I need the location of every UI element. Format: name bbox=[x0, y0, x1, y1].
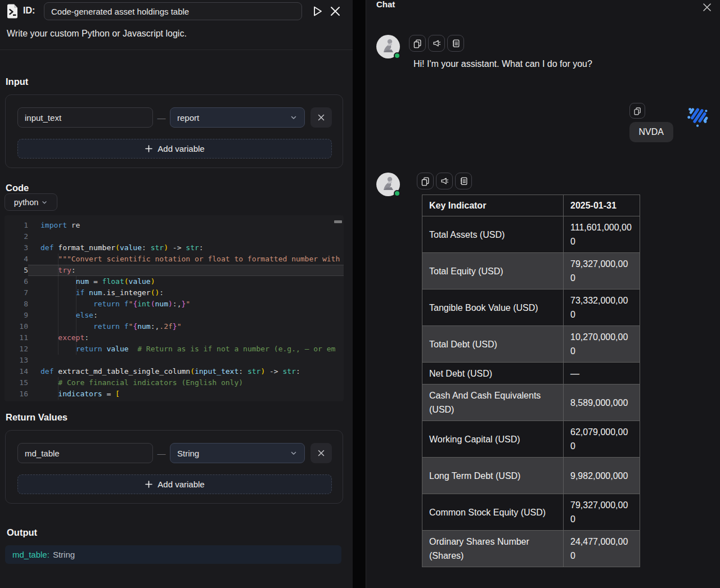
read-aloud-button[interactable] bbox=[436, 173, 453, 189]
output-section-title: Output bbox=[7, 527, 37, 538]
read-aloud-button[interactable] bbox=[428, 35, 445, 52]
table-row: Total Assets (USD)111,601,000,000 bbox=[422, 216, 640, 253]
assistant-message: Key Indicator2025-01-31Total Assets (USD… bbox=[376, 173, 640, 567]
input-variable-source-select[interactable]: report bbox=[170, 107, 305, 128]
line-number: 12 bbox=[4, 343, 28, 355]
run-button[interactable] bbox=[310, 4, 325, 19]
table-row: Tangible Book Value (USD)73,332,000,000 bbox=[422, 290, 640, 326]
assistant-avatar bbox=[376, 173, 400, 196]
assistant-message: Hi! I'm your assistant. What can I do fo… bbox=[376, 35, 592, 69]
code-line: 1import re bbox=[4, 220, 344, 231]
chat-close-button[interactable] bbox=[701, 1, 713, 13]
copy-message-button[interactable] bbox=[417, 173, 434, 189]
remove-input-variable-button[interactable] bbox=[310, 107, 332, 128]
view-log-button[interactable] bbox=[455, 173, 472, 189]
close-node-button[interactable] bbox=[328, 4, 342, 18]
table-cell: 111,601,000,000 bbox=[564, 216, 640, 253]
table-row: Long Term Debt (USD)9,982,000,000 bbox=[422, 458, 640, 494]
assistant-message-content: Hi! I'm your assistant. What can I do fo… bbox=[409, 35, 592, 69]
line-number: 10 bbox=[4, 321, 28, 332]
code-file-icon bbox=[6, 3, 19, 19]
code-line-text: import re bbox=[28, 220, 344, 231]
code-line: 5 try: bbox=[4, 265, 344, 276]
table-cell: Common Stock Equity (USD) bbox=[422, 494, 564, 531]
table-cell: 79,327,000,000 bbox=[564, 253, 640, 290]
assistant-greeting-text: Hi! I'm your assistant. What can I do fo… bbox=[413, 59, 592, 69]
code-line-text: def extract_md_table_single_column(input… bbox=[28, 366, 344, 377]
table-cell: 8,589,000,000 bbox=[564, 385, 640, 421]
editor-scrollbar[interactable] bbox=[334, 220, 342, 223]
code-line: 3def format_number(value: str) -> str: bbox=[4, 242, 344, 254]
plus-icon bbox=[145, 144, 153, 153]
input-section-title: Input bbox=[6, 76, 28, 87]
code-line: 14def extract_md_table_single_column(inp… bbox=[4, 366, 344, 377]
variable-separator: — bbox=[153, 113, 170, 123]
indent-guide bbox=[76, 276, 76, 355]
line-number: 3 bbox=[4, 242, 28, 254]
code-line: 11 except: bbox=[4, 332, 344, 343]
chevron-down-icon bbox=[290, 114, 298, 121]
indent-guide bbox=[58, 377, 58, 400]
language-select[interactable]: python bbox=[4, 193, 57, 211]
add-input-variable-button[interactable]: Add variable bbox=[17, 139, 332, 159]
table-row: Common Stock Equity (USD)79,327,000,000 bbox=[422, 494, 640, 531]
return-variable-name-field[interactable] bbox=[17, 443, 153, 463]
line-number: 14 bbox=[4, 366, 28, 377]
code-line: 7 if num.is_integer(): bbox=[4, 287, 344, 298]
line-number: 13 bbox=[4, 355, 28, 366]
app-window: ID: Write your custom Python or Javascri… bbox=[0, 0, 720, 588]
table-cell: 79,327,000,000 bbox=[564, 494, 640, 531]
output-strip: md_table: String bbox=[5, 545, 341, 564]
user-message: NVDA bbox=[629, 103, 710, 142]
assistant-message-content: Key Indicator2025-01-31Total Assets (USD… bbox=[409, 173, 640, 567]
chat-panel: Chat bbox=[366, 0, 720, 588]
line-number: 16 bbox=[4, 388, 28, 400]
code-line: 16 indicators = [ bbox=[4, 388, 344, 400]
panel-resize-handle[interactable] bbox=[353, 0, 366, 588]
message-action-bar bbox=[409, 35, 592, 52]
table-cell: Working Capital (USD) bbox=[422, 421, 564, 458]
copy-message-button[interactable] bbox=[409, 35, 426, 52]
table-cell: 73,332,000,000 bbox=[564, 290, 640, 326]
code-lines: 1import re23def format_number(value: str… bbox=[4, 220, 344, 400]
code-line: 13 bbox=[4, 355, 344, 366]
node-id-input[interactable] bbox=[44, 2, 302, 20]
code-section-title: Code bbox=[6, 183, 29, 193]
remove-return-variable-button[interactable] bbox=[310, 443, 332, 463]
code-editor[interactable]: 1import re23def format_number(value: str… bbox=[4, 215, 344, 401]
table-cell: 62,079,000,000 bbox=[564, 421, 640, 458]
table-row: Working Capital (USD)62,079,000,000 bbox=[422, 421, 640, 458]
return-variable-type-select[interactable]: String bbox=[170, 443, 305, 463]
table-cell: Total Debt (USD) bbox=[422, 326, 564, 363]
table-cell: Long Term Debt (USD) bbox=[422, 458, 564, 494]
table-row: Net Debt (USD)— bbox=[422, 363, 640, 385]
table-cell: — bbox=[564, 363, 640, 385]
output-variable-type: String bbox=[53, 550, 75, 559]
chevron-down-icon bbox=[290, 449, 298, 457]
variable-separator: — bbox=[153, 449, 170, 458]
table-cell: Total Equity (USD) bbox=[422, 253, 564, 290]
table-header-cell: 2025-01-31 bbox=[564, 195, 640, 216]
code-line: 6 num = float(value) bbox=[4, 276, 344, 287]
code-line-text: # Core financial indicators (English onl… bbox=[28, 377, 344, 388]
message-action-bar bbox=[417, 173, 640, 189]
input-variable-name-field[interactable] bbox=[17, 107, 153, 128]
table-cell: 24,477,000,000 bbox=[564, 531, 640, 567]
speaker-icon bbox=[439, 176, 449, 186]
code-line-text bbox=[28, 355, 344, 366]
user-message-bubble: NVDA bbox=[629, 122, 673, 142]
code-line: 8 return f"{int(num):,}" bbox=[4, 298, 344, 310]
code-line: 2 bbox=[4, 231, 344, 242]
add-return-variable-button[interactable]: Add variable bbox=[17, 474, 332, 494]
return-variable-row: — String bbox=[17, 443, 332, 463]
code-node-panel: ID: Write your custom Python or Javascri… bbox=[0, 0, 353, 588]
chevron-down-icon bbox=[41, 199, 48, 206]
copy-user-message-button[interactable] bbox=[629, 103, 645, 119]
line-number: 15 bbox=[4, 377, 28, 388]
code-line: 15 # Core financial indicators (English … bbox=[4, 377, 344, 388]
code-line-text: def format_number(value: str) -> str: bbox=[28, 242, 344, 254]
input-variable-card: — report Add variable bbox=[5, 94, 343, 168]
view-log-button[interactable] bbox=[447, 35, 464, 52]
node-header: ID: bbox=[0, 0, 353, 22]
table-header-row: Key Indicator2025-01-31 bbox=[422, 195, 640, 216]
